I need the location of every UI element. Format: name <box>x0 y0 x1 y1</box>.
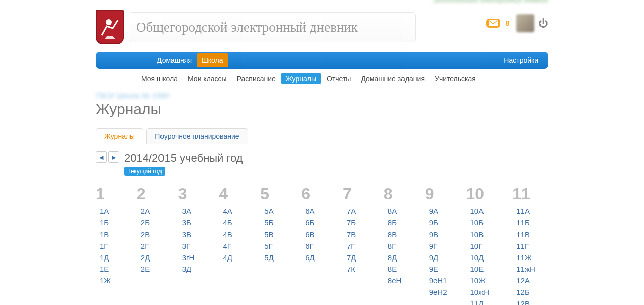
nav-item-1[interactable]: Школа <box>197 53 228 67</box>
class-link[interactable]: 4В <box>219 228 250 240</box>
class-link[interactable]: 10В <box>466 228 502 240</box>
class-link[interactable]: 7А <box>343 205 374 217</box>
power-icon[interactable]: ⏻ <box>538 18 548 29</box>
class-link[interactable]: 11Ж <box>512 252 548 263</box>
grade-number: 10 <box>466 185 502 203</box>
class-link[interactable]: 2Б <box>137 217 168 228</box>
class-link[interactable]: 6А <box>301 205 333 217</box>
class-link[interactable]: 9Е <box>425 263 456 275</box>
class-link[interactable]: 1А <box>96 205 127 217</box>
class-link[interactable]: 3Д <box>178 263 209 275</box>
class-link[interactable]: 1В <box>96 228 127 240</box>
class-link[interactable]: 3Б <box>178 217 209 228</box>
class-link[interactable]: 7Б <box>343 217 374 228</box>
sub-nav: Моя школаМои классыРасписаниеЖурналыОтче… <box>96 69 548 88</box>
class-link[interactable]: 6В <box>301 228 333 240</box>
class-link[interactable]: 8Б <box>384 217 415 228</box>
class-link[interactable]: 7К <box>343 263 374 275</box>
subnav-item-0[interactable]: Моя школа <box>137 73 182 84</box>
subnav-item-4[interactable]: Отчеты <box>322 73 355 84</box>
class-link[interactable]: 2В <box>137 228 168 240</box>
grade-column-8: 88А8Б8В8Г8Д8Е8еН <box>384 185 415 305</box>
class-link[interactable]: 4Г <box>219 240 250 252</box>
tab-0[interactable]: Журналы <box>96 128 143 144</box>
class-link[interactable]: 9В <box>425 228 456 240</box>
class-link[interactable]: 8Г <box>384 240 415 252</box>
class-link[interactable]: 3гН <box>178 252 209 263</box>
class-link[interactable]: 4Д <box>219 252 250 263</box>
svg-point-0 <box>106 19 112 25</box>
class-link[interactable]: 3В <box>178 228 209 240</box>
class-link[interactable]: 11В <box>512 228 548 240</box>
class-link[interactable]: 11жН <box>512 263 548 275</box>
class-link[interactable]: 6Г <box>301 240 333 252</box>
grade-column-3: 33А3Б3В3Г3гН3Д <box>178 185 209 305</box>
class-link[interactable]: 4Б <box>219 217 250 228</box>
class-link[interactable]: 9А <box>425 205 456 217</box>
subnav-item-1[interactable]: Мои классы <box>183 73 231 84</box>
class-link[interactable]: 10Ж <box>466 275 502 286</box>
class-link[interactable]: 12А <box>512 275 548 286</box>
subnav-item-6[interactable]: Учительская <box>430 73 480 84</box>
class-link[interactable]: 11Б <box>512 217 548 228</box>
class-link[interactable]: 1Е <box>96 263 127 275</box>
class-link[interactable]: 9еН1 <box>425 275 456 286</box>
class-link[interactable]: 12В <box>512 298 548 305</box>
year-current-badge: Текущий год <box>124 167 165 176</box>
class-link[interactable]: 8Е <box>384 263 415 275</box>
class-link[interactable]: 5Д <box>260 252 291 263</box>
class-link[interactable]: 1Д <box>96 252 127 263</box>
class-link[interactable]: 8А <box>384 205 415 217</box>
subnav-item-5[interactable]: Домашние задания <box>356 73 429 84</box>
subnav-item-3[interactable]: Журналы <box>281 73 321 84</box>
class-link[interactable]: 10Д <box>466 252 502 263</box>
class-link[interactable]: 9Б <box>425 217 456 228</box>
class-link[interactable]: 5Г <box>260 240 291 252</box>
class-link[interactable]: 9Г <box>425 240 456 252</box>
class-link[interactable]: 3Г <box>178 240 209 252</box>
class-link[interactable]: 5Б <box>260 217 291 228</box>
class-link[interactable]: 5А <box>260 205 291 217</box>
class-link[interactable]: 8В <box>384 228 415 240</box>
class-link[interactable]: 6Д <box>301 252 333 263</box>
class-link[interactable]: 6Б <box>301 217 333 228</box>
class-link[interactable]: 2Г <box>137 240 168 252</box>
class-link[interactable]: 1Б <box>96 217 127 228</box>
class-link[interactable]: 5В <box>260 228 291 240</box>
grade-column-7: 77А7Б7В7Г7Д7К <box>343 185 374 305</box>
mail-badge[interactable] <box>486 19 500 28</box>
class-link[interactable]: 10жН <box>466 286 502 298</box>
class-link[interactable]: 9Д <box>425 252 456 263</box>
class-link[interactable]: 7Д <box>343 252 374 263</box>
class-link[interactable]: 10Г <box>466 240 502 252</box>
class-link[interactable]: 2Е <box>137 263 168 275</box>
class-link[interactable]: 1Г <box>96 240 127 252</box>
class-link[interactable]: 2А <box>137 205 168 217</box>
class-link[interactable]: 2Д <box>137 252 168 263</box>
class-link[interactable]: 7Г <box>343 240 374 252</box>
class-link[interactable]: 9еН2 <box>425 286 456 298</box>
class-link[interactable]: 3А <box>178 205 209 217</box>
class-link[interactable]: 10Б <box>466 217 502 228</box>
class-link[interactable]: 11А <box>512 205 548 217</box>
class-link[interactable]: 4А <box>219 205 250 217</box>
grade-column-10: 1010А10Б10В10Г10Д10Е10Ж10жН11Д11Е <box>466 185 502 305</box>
year-next-button[interactable]: ▶ <box>108 151 119 163</box>
grade-number: 2 <box>137 185 168 203</box>
grade-number: 8 <box>384 185 415 203</box>
class-link[interactable]: 8еН <box>384 275 415 286</box>
avatar[interactable] <box>516 14 534 32</box>
year-prev-button[interactable]: ◀ <box>96 151 107 163</box>
nav-settings[interactable]: Настройки <box>499 53 543 67</box>
class-link[interactable]: 7В <box>343 228 374 240</box>
class-link[interactable]: 11Г <box>512 240 548 252</box>
class-link[interactable]: 1Ж <box>96 275 127 286</box>
nav-item-0[interactable]: Домашняя <box>152 53 197 67</box>
class-link[interactable]: 11Д <box>466 298 502 305</box>
subnav-item-2[interactable]: Расписание <box>232 73 280 84</box>
class-link[interactable]: 12Б <box>512 286 548 298</box>
class-link[interactable]: 10А <box>466 205 502 217</box>
class-link[interactable]: 8Д <box>384 252 415 263</box>
tab-1[interactable]: Поурочное планирование <box>146 128 248 144</box>
class-link[interactable]: 10Е <box>466 263 502 275</box>
